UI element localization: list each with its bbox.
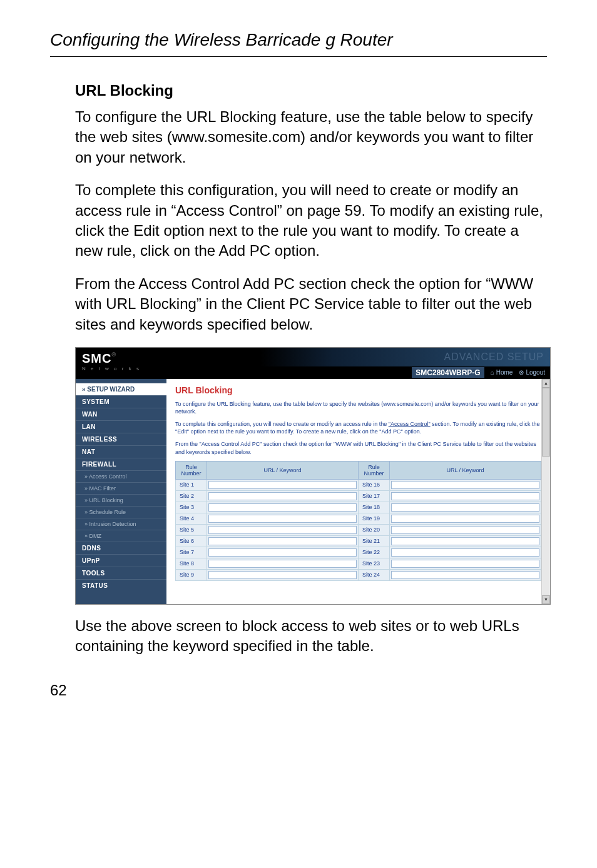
sidebar-item[interactable]: UPnP (76, 554, 166, 567)
url-keyword-cell (207, 490, 359, 502)
sidebar-item[interactable]: WIRELESS (76, 433, 166, 445)
scroll-up-button[interactable]: ▲ (542, 379, 550, 388)
home-label: Home (496, 369, 513, 376)
sidebar-item[interactable]: » URL Blocking (76, 494, 166, 506)
sidebar-item[interactable]: LAN (76, 420, 166, 433)
sidebar-item[interactable]: DDNS (76, 542, 166, 554)
url-keyword-input[interactable] (391, 526, 539, 534)
url-keyword-input[interactable] (208, 481, 357, 489)
logo-text: SMC (82, 351, 111, 365)
rule-number-cell: Site 2 (176, 490, 207, 502)
rule-number-cell: Site 17 (359, 490, 390, 502)
page-title: Configuring the Wireless Barricade g Rou… (50, 30, 547, 50)
url-keyword-cell (207, 479, 359, 490)
url-keyword-cell (390, 513, 541, 524)
logo-subtitle: N e t w o r k s (82, 366, 182, 371)
sidebar-item[interactable]: » SETUP WIZARD (76, 383, 166, 395)
rule-number-cell: Site 21 (359, 535, 390, 547)
panel-text-3: From the "Access Control Add PC" section… (175, 440, 541, 455)
banner-title: ADVANCED SETUP (444, 351, 544, 363)
sidebar-item[interactable]: WAN (76, 408, 166, 420)
sidebar-item[interactable]: SYSTEM (76, 395, 166, 408)
url-keyword-cell (207, 558, 359, 569)
url-blocking-table: Rule Number URL / Keyword Rule Number UR… (175, 461, 541, 581)
main-panel: URL Blocking To configure the URL Blocki… (166, 379, 550, 604)
url-keyword-input[interactable] (208, 548, 357, 557)
url-keyword-cell (207, 502, 359, 513)
url-keyword-cell (390, 569, 541, 580)
sidebar-item[interactable]: » Access Control (76, 470, 166, 482)
url-keyword-input[interactable] (208, 571, 357, 579)
panel-text-1: To configure the URL Blocking feature, u… (175, 400, 541, 415)
scrollbar[interactable]: ▲ ▼ (541, 379, 550, 604)
paragraph-1: To configure the URL Blocking feature, u… (75, 107, 547, 168)
url-keyword-input[interactable] (391, 481, 539, 489)
sidebar-item[interactable]: TOOLS (76, 567, 166, 579)
url-keyword-input[interactable] (391, 548, 539, 557)
router-admin-screenshot: SMC® N e t w o r k s ADVANCED SETUP SMC2… (75, 347, 551, 605)
url-keyword-input[interactable] (208, 560, 357, 568)
url-keyword-input[interactable] (391, 503, 539, 512)
sidebar-item[interactable]: STATUS (76, 579, 166, 592)
sidebar-item[interactable]: FIREWALL (76, 458, 166, 470)
logo-area: SMC® N e t w o r k s (76, 348, 188, 379)
rule-number-cell: Site 24 (359, 569, 390, 580)
registered-icon: ® (111, 351, 116, 358)
col-url-keyword-left: URL / Keyword (207, 461, 359, 479)
url-keyword-cell (390, 558, 541, 569)
sidebar: » SETUP WIZARDSYSTEMWANLANWIRELESSNATFIR… (76, 379, 166, 604)
home-button[interactable]: ⌂ Home (491, 369, 513, 376)
scroll-thumb[interactable] (542, 388, 550, 457)
rule-number-cell: Site 9 (176, 569, 207, 580)
rule-number-cell: Site 4 (176, 513, 207, 524)
panel-title: URL Blocking (175, 385, 541, 395)
url-keyword-input[interactable] (208, 526, 357, 534)
url-keyword-cell (207, 569, 359, 580)
rule-number-cell: Site 1 (176, 479, 207, 490)
url-keyword-cell (207, 535, 359, 547)
title-underline (50, 56, 547, 57)
section-heading: URL Blocking (75, 82, 547, 99)
url-keyword-input[interactable] (391, 571, 539, 579)
url-keyword-input[interactable] (391, 515, 539, 523)
url-keyword-input[interactable] (208, 515, 357, 523)
url-keyword-cell (390, 490, 541, 502)
url-keyword-input[interactable] (391, 560, 539, 568)
rule-number-cell: Site 8 (176, 558, 207, 569)
logout-button[interactable]: ⊗ Logout (519, 369, 545, 376)
url-keyword-input[interactable] (391, 537, 539, 545)
sidebar-item[interactable]: » Schedule Rule (76, 506, 166, 518)
paragraph-2: To complete this configuration, you will… (75, 180, 547, 261)
url-keyword-input[interactable] (391, 492, 539, 500)
rule-number-cell: Site 6 (176, 535, 207, 547)
scroll-down-button[interactable]: ▼ (542, 595, 550, 604)
access-control-link[interactable]: "Access Control" (389, 421, 431, 427)
logout-label: Logout (526, 369, 545, 376)
logout-icon: ⊗ (519, 369, 524, 376)
col-rule-number-left: Rule Number (176, 461, 207, 479)
paragraph-3: From the Access Control Add PC section c… (75, 274, 547, 335)
url-keyword-cell (207, 547, 359, 558)
col-url-keyword-right: URL / Keyword (390, 461, 541, 479)
url-keyword-cell (390, 535, 541, 547)
sidebar-item[interactable]: » Intrusion Detection (76, 518, 166, 530)
url-keyword-cell (207, 513, 359, 524)
url-keyword-input[interactable] (208, 537, 357, 545)
col-rule-number-right: Rule Number (359, 461, 390, 479)
rule-number-cell: Site 16 (359, 479, 390, 490)
home-icon: ⌂ (491, 369, 494, 376)
url-keyword-input[interactable] (208, 492, 357, 500)
rule-number-cell: Site 23 (359, 558, 390, 569)
url-keyword-cell (390, 547, 541, 558)
rule-number-cell: Site 22 (359, 547, 390, 558)
page-number: 62 (50, 682, 547, 699)
rule-number-cell: Site 19 (359, 513, 390, 524)
url-keyword-cell (390, 479, 541, 490)
sidebar-item[interactable]: NAT (76, 445, 166, 458)
url-keyword-input[interactable] (208, 503, 357, 512)
sidebar-item[interactable]: » DMZ (76, 530, 166, 542)
rule-number-cell: Site 7 (176, 547, 207, 558)
sidebar-item[interactable]: » MAC Filter (76, 482, 166, 494)
panel-text-2: To complete this configuration, you will… (175, 420, 541, 435)
model-badge: SMC2804WBRP-G (412, 367, 484, 378)
